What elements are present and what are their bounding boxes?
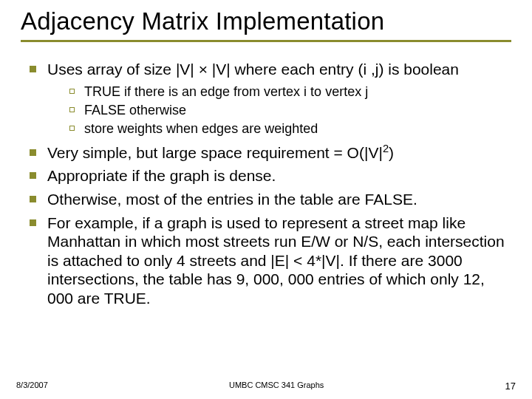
sub-bullet-text: TRUE if there is an edge from vertex i t… bbox=[84, 84, 368, 99]
bullet-text: Otherwise, most of the entries in the ta… bbox=[47, 191, 417, 208]
bullet-item: Appropriate if the graph is dense. bbox=[27, 166, 508, 185]
footer-center: UMBC CMSC 341 Graphs bbox=[16, 381, 516, 389]
sub-bullet-text: store weights when edges are weighted bbox=[84, 121, 318, 136]
sub-bullet-item: FALSE otherwise bbox=[68, 102, 508, 119]
sub-bullet-text: FALSE otherwise bbox=[84, 103, 186, 117]
bullet-text: Appropriate if the graph is dense. bbox=[47, 167, 276, 184]
bullet-text-pre: Very simple, but large space requirement… bbox=[47, 144, 383, 161]
footer: 8/3/2007 17 UMBC CMSC 341 Graphs bbox=[0, 381, 532, 392]
bullet-text-post: ) bbox=[389, 144, 394, 161]
bullet-item: Uses array of size |V| × |V| where each … bbox=[27, 60, 508, 137]
footer-date: 8/3/2007 bbox=[16, 381, 48, 389]
bullet-item: Very simple, but large space requirement… bbox=[27, 143, 508, 163]
bullet-list: Uses array of size |V| × |V| where each … bbox=[21, 60, 511, 308]
footer-page-number: 17 bbox=[505, 381, 516, 392]
sub-bullet-item: store weights when edges are weighted bbox=[68, 120, 508, 137]
superscript: 2 bbox=[383, 143, 389, 154]
bullet-text: For example, if a graph is used to repre… bbox=[47, 214, 505, 307]
bullet-item: Otherwise, most of the entries in the ta… bbox=[27, 190, 508, 209]
sub-bullet-list: TRUE if there is an edge from vertex i t… bbox=[47, 83, 508, 137]
bullet-item: For example, if a graph is used to repre… bbox=[27, 214, 508, 308]
slide: Adjacency Matrix Implementation Uses arr… bbox=[0, 0, 532, 399]
title-underline bbox=[21, 40, 511, 42]
slide-title: Adjacency Matrix Implementation bbox=[21, 7, 511, 35]
bullet-text: Uses array of size |V| × |V| where each … bbox=[47, 61, 459, 78]
sub-bullet-item: TRUE if there is an edge from vertex i t… bbox=[68, 83, 508, 100]
